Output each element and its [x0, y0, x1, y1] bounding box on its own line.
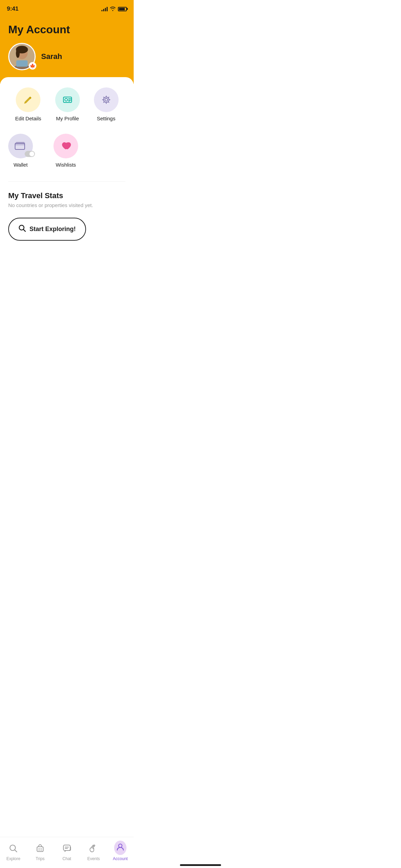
- explore-button-label: Start Exploring!: [29, 226, 76, 233]
- wallet-toggle[interactable]: [25, 151, 35, 157]
- wishlists-button[interactable]: Wishlists: [53, 134, 78, 168]
- settings-label: Settings: [97, 116, 116, 121]
- travel-stats-title: My Travel Stats: [8, 191, 125, 200]
- wifi-icon: [110, 6, 116, 12]
- avatar-wrap: 🍁: [8, 43, 36, 70]
- battery-icon: [118, 7, 127, 11]
- header: My Account 🍁: [0, 16, 134, 84]
- edit-details-icon-circle: [16, 87, 40, 112]
- travel-stats-section: My Travel Stats No countries or properti…: [8, 191, 125, 208]
- travel-stats-subtitle: No countries or properties visited yet.: [8, 202, 125, 208]
- svg-point-11: [105, 98, 108, 101]
- wallet-button[interactable]: Wallet: [8, 134, 33, 168]
- status-icons: [101, 6, 127, 12]
- settings-button[interactable]: Settings: [94, 87, 119, 121]
- edit-details-button[interactable]: Edit Details: [15, 87, 41, 121]
- divider: [8, 181, 125, 182]
- quick-actions-row1: Edit Details My Profile: [8, 87, 125, 121]
- wishlists-icon-circle: [53, 134, 78, 158]
- svg-rect-13: [15, 143, 25, 145]
- my-profile-label: My Profile: [56, 116, 79, 121]
- username: Sarah: [41, 52, 62, 61]
- my-profile-icon-circle: [55, 87, 80, 112]
- settings-icon-circle: [94, 87, 119, 112]
- wishlists-label: Wishlists: [56, 162, 76, 168]
- user-row: 🍁 Sarah: [8, 43, 125, 70]
- quick-actions-row2: Wallet Wishlists: [8, 134, 125, 168]
- my-profile-button[interactable]: My Profile: [55, 87, 80, 121]
- svg-line-15: [24, 230, 26, 232]
- status-bar: 9:41: [0, 0, 134, 16]
- wallet-icon-wrap: [8, 134, 33, 158]
- wallet-label: Wallet: [13, 162, 27, 168]
- signal-icon: [101, 7, 108, 11]
- page-title: My Account: [8, 23, 125, 36]
- svg-rect-5: [16, 60, 27, 67]
- main-content: Edit Details My Profile: [0, 77, 134, 282]
- flag-badge: 🍁: [29, 62, 36, 70]
- edit-details-label: Edit Details: [15, 116, 41, 121]
- status-time: 9:41: [7, 5, 19, 12]
- search-icon: [19, 225, 26, 234]
- start-exploring-button[interactable]: Start Exploring!: [8, 218, 86, 241]
- svg-point-7: [65, 98, 68, 101]
- svg-point-4: [16, 49, 20, 58]
